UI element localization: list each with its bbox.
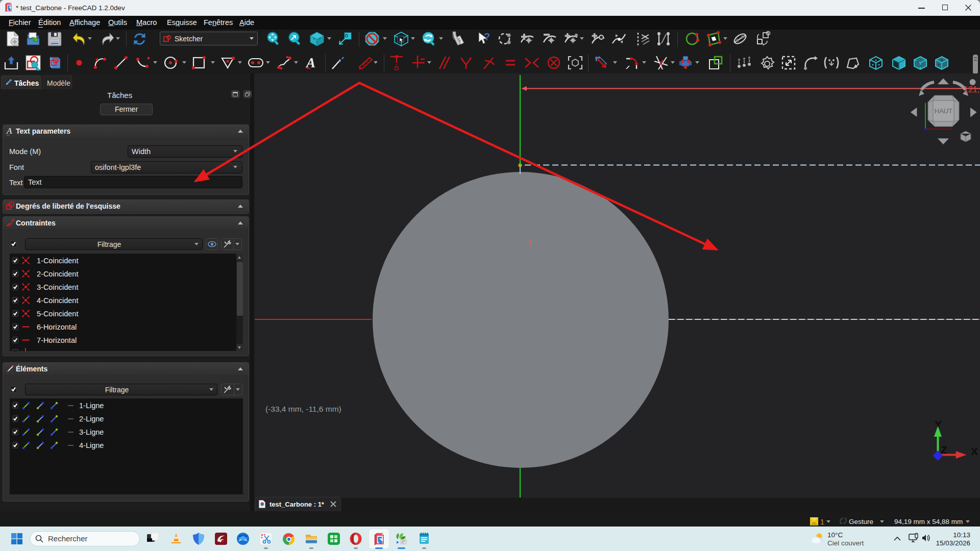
svg-text:121,: 121, [964,85,979,94]
svg-text:(-33,4 mm, -11,6 mm): (-33,4 mm, -11,6 mm) [265,405,341,413]
svg-text:?: ? [484,31,490,42]
svg-text:HAUT: HAUT [935,107,952,115]
svg-text:X: X [971,445,978,457]
